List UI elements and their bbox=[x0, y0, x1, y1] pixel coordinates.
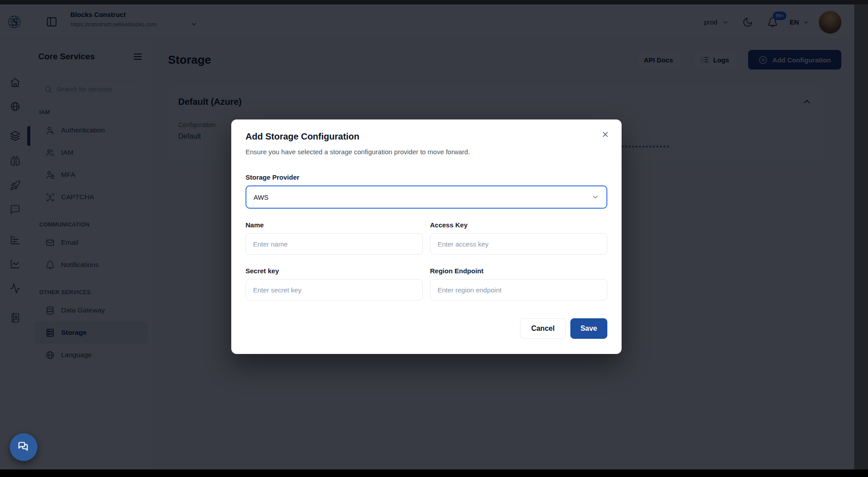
scrollbar-track bbox=[854, 4, 868, 469]
close-icon[interactable] bbox=[599, 128, 611, 140]
modal-description: Ensure you have selected a storage confi… bbox=[246, 147, 607, 156]
modal-title: Add Storage Configuration bbox=[246, 130, 607, 143]
access-key-input[interactable] bbox=[430, 233, 607, 255]
region-endpoint-input[interactable] bbox=[430, 279, 607, 300]
add-storage-configuration-modal: Add Storage Configuration Ensure you hav… bbox=[231, 119, 622, 354]
access-key-label: Access Key bbox=[430, 220, 607, 230]
secret-key-input[interactable] bbox=[246, 279, 423, 300]
save-button[interactable]: Save bbox=[570, 318, 607, 339]
secret-key-label: Secret key bbox=[246, 266, 423, 276]
cancel-button[interactable]: Cancel bbox=[520, 318, 565, 339]
name-label: Name bbox=[246, 220, 423, 230]
chat-fab-button[interactable] bbox=[10, 433, 37, 461]
chat-bubbles-icon bbox=[17, 441, 30, 453]
cancel-label: Cancel bbox=[531, 325, 554, 333]
chevron-down-icon bbox=[591, 193, 599, 201]
window-bottom-strip bbox=[0, 469, 868, 477]
region-endpoint-label: Region Endpoint bbox=[430, 266, 607, 276]
app-window: S Blocks Construct https://construct.sel… bbox=[0, 4, 854, 469]
storage-provider-select[interactable]: AWS bbox=[246, 185, 607, 209]
name-input[interactable] bbox=[246, 233, 423, 255]
storage-provider-value: AWS bbox=[254, 193, 269, 201]
screen: S Blocks Construct https://construct.sel… bbox=[0, 0, 868, 477]
save-label: Save bbox=[581, 325, 597, 333]
storage-provider-label: Storage Provider bbox=[246, 173, 607, 182]
window-top-strip bbox=[0, 0, 868, 4]
